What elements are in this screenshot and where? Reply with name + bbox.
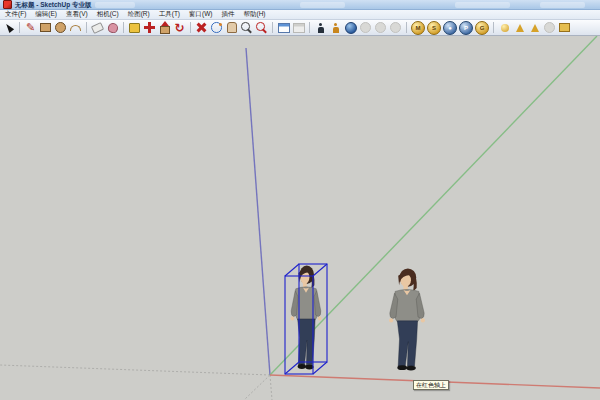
menu-tools[interactable]: 工具(T) — [159, 10, 180, 19]
toolbar-separator — [406, 22, 407, 33]
circle-tool-button[interactable] — [54, 21, 67, 34]
zoom-extents-button[interactable] — [255, 21, 268, 34]
google-earth-button[interactable] — [344, 21, 357, 34]
make-component-button[interactable] — [128, 21, 141, 34]
sandbox-button-1[interactable] — [513, 21, 526, 34]
line-tool-button[interactable]: ✎ — [24, 21, 37, 34]
sketchup-window: 无标题 - SketchUp 专业版 文件(F)编辑(E)查看(V)相机(C)绘… — [0, 0, 600, 400]
toolbar-separator — [190, 22, 191, 33]
menu-help[interactable]: 帮助(H) — [244, 10, 266, 19]
menu-plugins[interactable]: 插件 — [222, 10, 235, 19]
figure-person-unselected[interactable] — [385, 268, 429, 372]
rectangle-tool-button[interactable] — [39, 21, 52, 34]
share-model-button[interactable]: S — [427, 21, 441, 35]
menu-edit[interactable]: 编辑(E) — [35, 10, 57, 19]
move-tool-button[interactable] — [143, 21, 156, 34]
terrain-toggle-button[interactable] — [498, 21, 511, 34]
previous-view-button[interactable] — [277, 21, 290, 34]
selection-bounding-box — [283, 262, 329, 378]
menu-file[interactable]: 文件(F) — [5, 10, 26, 19]
window-title: 无标题 - SketchUp 专业版 — [15, 0, 92, 9]
disabled-button-3[interactable] — [389, 21, 402, 34]
layout-button[interactable] — [558, 21, 571, 34]
position-camera-button[interactable] — [314, 21, 327, 34]
paint-bucket-button[interactable] — [106, 21, 119, 34]
inference-tooltip: 在红色轴上 — [413, 380, 449, 390]
disabled-button-1[interactable] — [359, 21, 372, 34]
scale-tool-button[interactable] — [192, 18, 210, 36]
toolbar-separator — [272, 22, 273, 33]
menu-bar: 文件(F)编辑(E)查看(V)相机(C)绘图(R)工具(T)窗口(W)插件帮助(… — [0, 10, 600, 20]
pan-tool-button[interactable] — [225, 21, 238, 34]
menu-camera[interactable]: 相机(C) — [97, 10, 119, 19]
disabled-button-2[interactable] — [374, 21, 387, 34]
push-pull-button[interactable] — [158, 21, 171, 34]
arc-tool-button[interactable] — [69, 21, 82, 34]
get-view-button[interactable]: G — [475, 21, 489, 35]
toolbar-separator — [493, 22, 494, 33]
toolbar-separator — [123, 22, 124, 33]
titlebar-artifact — [95, 2, 135, 8]
rotate-tool-button[interactable]: ↻ — [173, 21, 186, 34]
toolbar-separator — [19, 22, 20, 33]
toolbar-separator — [86, 22, 87, 33]
orbit-tool-button[interactable] — [210, 21, 223, 34]
menu-draw[interactable]: 绘图(R) — [128, 10, 150, 19]
next-view-button[interactable] — [292, 21, 305, 34]
photo-textures-button[interactable]: P — [459, 21, 473, 35]
modeling-viewport[interactable]: 在红色轴上 — [0, 36, 600, 400]
eraser-tool-button[interactable] — [91, 21, 104, 34]
menu-view[interactable]: 查看(V) — [66, 10, 88, 19]
blue-axis — [246, 48, 270, 375]
titlebar-artifact — [455, 2, 510, 8]
title-bar[interactable]: 无标题 - SketchUp 专业版 — [0, 0, 600, 10]
select-tool-button[interactable] — [2, 21, 15, 34]
get-models-button[interactable]: M — [411, 21, 425, 35]
earth-preview-button[interactable]: ● — [443, 21, 457, 35]
toolbar: ✎↻MS●PG — [0, 20, 600, 36]
sketchup-logo-icon — [3, 0, 12, 9]
sandbox-button-2[interactable] — [528, 21, 541, 34]
walk-tool-button[interactable] — [329, 21, 342, 34]
titlebar-artifact — [300, 2, 345, 8]
disabled-button-4[interactable] — [543, 21, 556, 34]
zoom-tool-button[interactable] — [240, 21, 253, 34]
toolbar-separator — [309, 22, 310, 33]
titlebar-artifact — [540, 2, 585, 8]
